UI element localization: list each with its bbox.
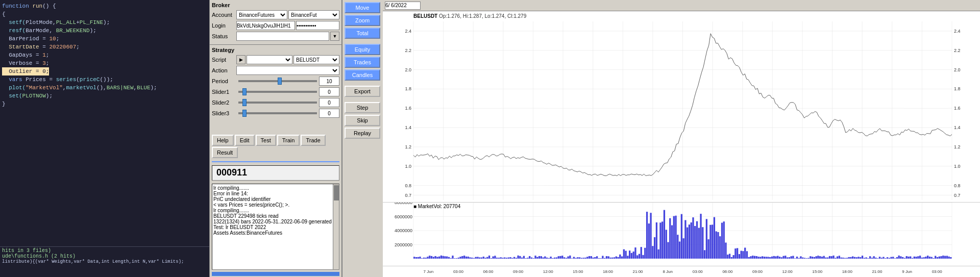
- train-button[interactable]: Train: [277, 135, 300, 146]
- control-buttons-panel: Move Zoom Total Equity Trades Candles Ex…: [342, 0, 383, 277]
- total-button[interactable]: Total: [345, 28, 380, 39]
- code-line: Outlier = 0;: [2, 67, 207, 75]
- log-line: PriC undeclared identifier: [213, 196, 338, 202]
- login-input[interactable]: [236, 21, 295, 30]
- date-input[interactable]: [385, 2, 421, 10]
- slider3-value: 0: [319, 109, 339, 118]
- code-line: resf(BarMode, BR_WEEKEND);: [2, 27, 207, 35]
- script-play-button[interactable]: ▶: [236, 55, 246, 64]
- x-axis-label: 06:00: [713, 269, 743, 274]
- test-button[interactable]: Test: [256, 135, 276, 146]
- slider3-label: Slider3: [212, 110, 236, 116]
- trade-button[interactable]: Trade: [301, 135, 325, 146]
- price-canvas: [383, 11, 980, 203]
- code-line: StartDate = 20220607;: [2, 43, 207, 51]
- account-suffix-select[interactable]: BinanceFut: [288, 10, 339, 19]
- slider2-thumb[interactable]: [242, 99, 247, 106]
- code-line: GapDays = 1;: [2, 51, 207, 59]
- code-line: function run() {: [2, 2, 207, 10]
- candles-button[interactable]: Candles: [345, 69, 380, 81]
- slider2-value: 0: [319, 98, 339, 107]
- strategy-title: Strategy: [212, 47, 339, 53]
- hits-line2: ude\functions.h (2 hits): [2, 254, 207, 259]
- slider3-thumb[interactable]: [242, 110, 247, 117]
- trades-button[interactable]: Trades: [345, 57, 380, 68]
- log-line: Assets Assets:BinanceFutures: [213, 230, 338, 236]
- progress-divider: [212, 161, 339, 162]
- volume-canvas: [383, 203, 980, 266]
- slider1-label: Slider1: [212, 89, 236, 95]
- equity-button[interactable]: Equity: [345, 44, 380, 55]
- zoom-button[interactable]: Zoom: [345, 15, 380, 26]
- scrollbar-thumb[interactable]: [334, 185, 339, 200]
- x-axis-label: 15:00: [563, 269, 593, 274]
- code-line: setf(PlotMode,PL_ALL+PL_FINE);: [2, 18, 207, 27]
- status-display: [236, 32, 329, 41]
- slider1-thumb[interactable]: [242, 88, 247, 95]
- slider3-track: [238, 112, 317, 114]
- x-axis-label: 18:00: [593, 269, 623, 274]
- skip-button[interactable]: Skip: [345, 115, 380, 126]
- export-button[interactable]: Export: [345, 86, 380, 97]
- log-line: Test: lr BELUSDT 2022: [213, 224, 338, 230]
- x-axis: 7 Jun03:0006:0009:0012:0015:0018:0021:00…: [383, 266, 980, 277]
- edit-button[interactable]: Edit: [235, 135, 255, 146]
- status-button[interactable]: ▼: [330, 32, 339, 41]
- log-line: < vars Prices = series(priceC(); >.: [213, 202, 338, 208]
- progress-bar: [212, 272, 339, 276]
- code-editor: function run() {{ setf(PlotMode,PL_ALL+P…: [0, 0, 209, 246]
- action-label: Action: [212, 67, 236, 73]
- script-label: Script: [212, 57, 236, 63]
- period-value: 10: [319, 77, 339, 86]
- log-line: 1322(1324) bars 2022-05-31..2022-06-09 g…: [213, 219, 338, 224]
- slider1-track: [238, 91, 317, 93]
- broker-title: Broker: [212, 2, 339, 8]
- hits-line1: hits in 3 files): [2, 248, 207, 254]
- x-axis-label: 06:00: [473, 269, 503, 274]
- compile-log: lr compiling.......Error in line 14:PriC…: [212, 184, 339, 270]
- broker-section: Broker Account BinanceFutures BinanceFut…: [210, 0, 341, 45]
- status-label: Status: [212, 33, 236, 39]
- step-button[interactable]: Step: [345, 102, 380, 113]
- x-axis-label: 18:00: [832, 269, 863, 274]
- period-slider-thumb[interactable]: [278, 78, 282, 85]
- script-select[interactable]: [247, 55, 292, 64]
- log-line: Error in line 14:: [213, 191, 338, 196]
- bottom-hits-panel: hits in 3 files) ude\functions.h (2 hits…: [0, 246, 209, 277]
- chart-area: 7 Jun03:0006:0009:0012:0015:0018:0021:00…: [383, 0, 980, 277]
- scrollbar[interactable]: [333, 184, 339, 270]
- slider2-track: [238, 102, 317, 104]
- x-axis-label: 09:00: [743, 269, 773, 274]
- account-label: Account: [212, 12, 236, 18]
- slider1-value: 0: [319, 87, 339, 96]
- code-line: }: [2, 100, 207, 108]
- x-axis-label: 21:00: [862, 269, 892, 274]
- login-label: Login: [212, 22, 236, 29]
- code-line: vars Prices = series(priceC());: [2, 75, 207, 84]
- x-axis-label: 12:00: [533, 269, 563, 274]
- symbol-select[interactable]: BELUSDT: [293, 55, 339, 64]
- x-axis-label: 15:00: [802, 269, 832, 274]
- period-slider-track: [238, 80, 317, 82]
- x-axis-label: 03:00: [922, 269, 952, 274]
- code-line: BarPeriod = 10;: [2, 35, 207, 43]
- result-button[interactable]: Result: [212, 147, 238, 158]
- hits-line3: listribute){(var* Weights,var* Data,int …: [2, 259, 207, 264]
- log-number: 000911: [216, 167, 247, 178]
- toolbar-buttons: Help Edit Test Train Trade Result: [210, 133, 341, 160]
- help-button[interactable]: Help: [212, 135, 234, 146]
- main-price-chart: [383, 11, 980, 203]
- x-axis-label: 12:00: [772, 269, 802, 274]
- account-select[interactable]: BinanceFutures: [236, 10, 287, 19]
- code-line: set(PLOTNOW);: [2, 92, 207, 100]
- password-input[interactable]: [296, 21, 339, 30]
- date-bar: [383, 0, 980, 11]
- move-button[interactable]: Move: [345, 2, 380, 13]
- replay-button[interactable]: Replay: [345, 128, 380, 139]
- x-axis-label: 8 Jun: [653, 269, 683, 274]
- x-axis-label: 7 Jun: [413, 269, 444, 274]
- strategy-section: Strategy Script ▶ BELUSDT Action Period …: [210, 45, 341, 133]
- action-select[interactable]: [236, 66, 339, 75]
- log-line: lr compiling.......: [213, 185, 338, 191]
- slider2-label: Slider2: [212, 99, 236, 106]
